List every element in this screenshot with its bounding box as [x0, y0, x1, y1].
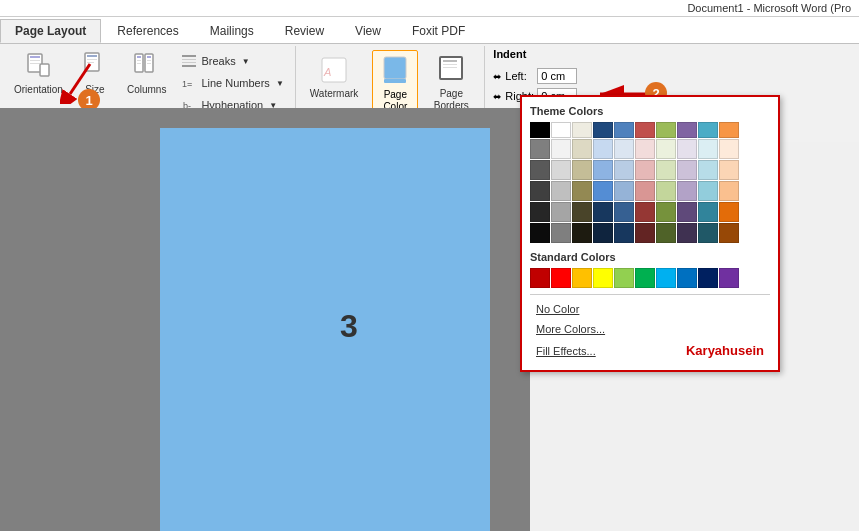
- more-colors-item[interactable]: More Colors...: [530, 319, 770, 339]
- color-cell[interactable]: [635, 139, 655, 159]
- color-cell[interactable]: [719, 223, 739, 243]
- color-cell[interactable]: [530, 181, 550, 201]
- color-cell[interactable]: [635, 202, 655, 222]
- more-colors-label: More Colors...: [536, 323, 605, 335]
- color-cell[interactable]: [572, 139, 592, 159]
- tab-review[interactable]: Review: [270, 19, 339, 43]
- color-cell[interactable]: [551, 139, 571, 159]
- color-cell[interactable]: [698, 223, 718, 243]
- color-cell[interactable]: [677, 181, 697, 201]
- line-numbers-button[interactable]: 1= Line Numbers ▼: [176, 73, 288, 93]
- color-cell[interactable]: [530, 202, 550, 222]
- color-cell[interactable]: [530, 223, 550, 243]
- color-cell[interactable]: [719, 181, 739, 201]
- color-cell[interactable]: [551, 223, 571, 243]
- color-cell[interactable]: [614, 139, 634, 159]
- color-cell[interactable]: [614, 181, 634, 201]
- color-cell[interactable]: [677, 139, 697, 159]
- color-cell[interactable]: [698, 122, 718, 138]
- color-cell[interactable]: [635, 181, 655, 201]
- tab-references[interactable]: References: [102, 19, 193, 43]
- indent-left-input[interactable]: [537, 68, 577, 84]
- size-label: Size: [85, 84, 104, 95]
- color-cell[interactable]: [635, 268, 655, 288]
- theme-colors-grid: [530, 122, 770, 243]
- breaks-button[interactable]: Breaks ▼: [176, 51, 288, 71]
- color-cell[interactable]: [656, 223, 676, 243]
- no-color-item[interactable]: No Color: [530, 299, 770, 319]
- color-cell[interactable]: [656, 122, 676, 138]
- color-cell[interactable]: [530, 139, 550, 159]
- svg-rect-20: [182, 65, 196, 67]
- color-cell[interactable]: [593, 223, 613, 243]
- color-cell[interactable]: [551, 181, 571, 201]
- fill-effects-item[interactable]: Fill Effects... Karyahusein: [530, 339, 770, 362]
- document-page: [160, 128, 490, 531]
- color-cell[interactable]: [719, 268, 739, 288]
- color-cell[interactable]: [593, 139, 613, 159]
- tab-mailings[interactable]: Mailings: [195, 19, 269, 43]
- color-cell[interactable]: [656, 160, 676, 180]
- color-cell[interactable]: [530, 160, 550, 180]
- tab-view[interactable]: View: [340, 19, 396, 43]
- color-cell[interactable]: [635, 122, 655, 138]
- color-cell[interactable]: [614, 202, 634, 222]
- color-cell[interactable]: [530, 122, 550, 138]
- color-cell[interactable]: [572, 202, 592, 222]
- color-cell[interactable]: [551, 122, 571, 138]
- svg-rect-12: [137, 63, 141, 64]
- breaks-dropdown-arrow[interactable]: ▼: [242, 57, 250, 66]
- color-cell[interactable]: [698, 181, 718, 201]
- color-cell[interactable]: [614, 160, 634, 180]
- color-cell[interactable]: [614, 122, 634, 138]
- color-cell[interactable]: [719, 139, 739, 159]
- color-cell[interactable]: [677, 122, 697, 138]
- color-cell[interactable]: [530, 268, 550, 288]
- svg-text:A: A: [323, 66, 331, 78]
- color-cell[interactable]: [572, 160, 592, 180]
- color-cell[interactable]: [698, 268, 718, 288]
- color-cell[interactable]: [635, 160, 655, 180]
- color-cell[interactable]: [698, 202, 718, 222]
- indent-left-icon: ⬌: [493, 71, 501, 82]
- color-cell[interactable]: [572, 268, 592, 288]
- theme-col-6: [656, 122, 676, 243]
- svg-rect-28: [443, 60, 457, 62]
- color-cell[interactable]: [635, 223, 655, 243]
- color-cell[interactable]: [593, 268, 613, 288]
- tab-page-layout[interactable]: Page Layout: [0, 19, 101, 43]
- color-cell[interactable]: [719, 160, 739, 180]
- color-cell[interactable]: [656, 202, 676, 222]
- color-cell[interactable]: [656, 181, 676, 201]
- color-cell[interactable]: [572, 223, 592, 243]
- color-cell[interactable]: [677, 268, 697, 288]
- orientation-button[interactable]: Orientation: [8, 46, 69, 99]
- color-cell[interactable]: [551, 268, 571, 288]
- color-cell[interactable]: [614, 223, 634, 243]
- color-cell[interactable]: [719, 122, 739, 138]
- color-cell[interactable]: [677, 160, 697, 180]
- color-cell[interactable]: [656, 139, 676, 159]
- size-button[interactable]: Size: [73, 46, 117, 99]
- color-cell[interactable]: [677, 202, 697, 222]
- color-cell[interactable]: [698, 139, 718, 159]
- watermark-button[interactable]: A Watermark: [304, 50, 365, 103]
- columns-button[interactable]: Columns: [121, 46, 172, 99]
- color-cell[interactable]: [656, 268, 676, 288]
- label-3: 3: [340, 308, 358, 345]
- color-cell[interactable]: [572, 122, 592, 138]
- color-cell[interactable]: [593, 181, 613, 201]
- color-cell[interactable]: [593, 122, 613, 138]
- color-cell[interactable]: [593, 202, 613, 222]
- color-cell[interactable]: [614, 268, 634, 288]
- color-cell[interactable]: [677, 223, 697, 243]
- color-cell[interactable]: [719, 202, 739, 222]
- color-cell[interactable]: [551, 202, 571, 222]
- line-numbers-dropdown-arrow[interactable]: ▼: [276, 79, 284, 88]
- color-cell[interactable]: [572, 181, 592, 201]
- tab-foxit-pdf[interactable]: Foxit PDF: [397, 19, 480, 43]
- color-cell[interactable]: [593, 160, 613, 180]
- color-cell[interactable]: [551, 160, 571, 180]
- page-borders-button[interactable]: Page Borders: [426, 50, 476, 116]
- color-cell[interactable]: [698, 160, 718, 180]
